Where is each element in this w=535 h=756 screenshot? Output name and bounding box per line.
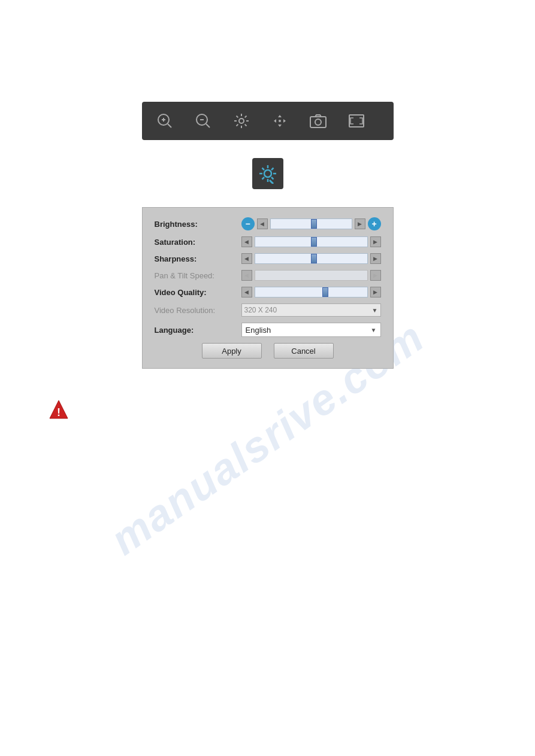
svg-line-13: [270, 180, 273, 184]
brightness-slider-track[interactable]: [270, 218, 352, 229]
svg-point-10: [315, 119, 321, 125]
saturation-label: Saturation:: [155, 238, 241, 247]
brightness-right-arrow[interactable]: ▶: [355, 218, 365, 229]
language-value: English: [246, 326, 271, 335]
brightness-row: Brightness: − ◀ ▶ +: [155, 217, 381, 230]
video-resolution-value: 320 X 240: [244, 306, 277, 314]
brightness-left-arrow[interactable]: ◀: [257, 218, 268, 229]
svg-rect-9: [310, 117, 326, 127]
sharpness-slider-container: ◀ ▶: [241, 253, 381, 264]
brightness-minus-button[interactable]: −: [241, 217, 255, 230]
language-arrow-icon: ▼: [371, 327, 377, 333]
video-resolution-row: Video Resolution: 320 X 240 ▼: [155, 303, 381, 317]
video-quality-right-arrow[interactable]: ▶: [370, 287, 381, 297]
saturation-slider-thumb[interactable]: [311, 237, 317, 247]
brightness-slider-container: − ◀ ▶ +: [241, 217, 381, 230]
warning-area: !: [48, 399, 69, 420]
video-quality-label: Video Quality:: [155, 288, 241, 297]
svg-text:!: !: [57, 406, 61, 418]
settings-button[interactable]: [228, 108, 255, 134]
settings-icon-button[interactable]: [252, 158, 283, 189]
saturation-slider-container: ◀ ▶: [241, 236, 381, 247]
svg-point-7: [239, 119, 244, 123]
video-quality-slider-track[interactable]: [255, 287, 368, 297]
brightness-plus-button[interactable]: +: [368, 217, 381, 230]
video-resolution-dropdown: 320 X 240 ▼: [241, 303, 381, 317]
svg-rect-11: [349, 115, 364, 127]
saturation-left-arrow[interactable]: ◀: [241, 236, 252, 247]
sharpness-right-arrow[interactable]: ▶: [370, 253, 381, 264]
brightness-slider-thumb[interactable]: [311, 219, 317, 229]
pan-tilt-slider-track: [255, 270, 368, 281]
camera-button[interactable]: [305, 108, 331, 134]
zoom-in-button[interactable]: [152, 108, 178, 134]
saturation-slider-track[interactable]: [255, 236, 368, 247]
video-resolution-label: Video Resolution:: [155, 306, 241, 315]
pan-tilt-slider-container: ◀ ▶: [241, 270, 381, 281]
svg-line-3: [168, 124, 171, 127]
sharpness-left-arrow[interactable]: ◀: [241, 253, 252, 264]
move-button[interactable]: [267, 108, 293, 134]
sharpness-label: Sharpness:: [155, 254, 241, 263]
pan-tilt-row: Pan & Tilt Speed: ◀ ▶: [155, 270, 381, 281]
saturation-right-arrow[interactable]: ▶: [370, 236, 381, 247]
svg-point-8: [279, 120, 281, 122]
pan-tilt-label: Pan & Tilt Speed:: [155, 271, 241, 280]
sharpness-row: Sharpness: ◀ ▶: [155, 253, 381, 264]
buttons-row: Apply Cancel: [155, 343, 381, 359]
brightness-label: Brightness:: [155, 220, 241, 229]
video-quality-left-arrow[interactable]: ◀: [241, 287, 252, 297]
sharpness-slider-track[interactable]: [255, 253, 368, 264]
svg-point-12: [264, 170, 271, 177]
language-label: Language:: [155, 326, 241, 335]
language-row: Language: English ▼: [155, 323, 381, 337]
apply-button[interactable]: Apply: [202, 343, 262, 359]
cancel-button[interactable]: Cancel: [274, 343, 334, 359]
warning-icon: !: [48, 399, 69, 420]
saturation-row: Saturation: ◀ ▶: [155, 236, 381, 247]
zoom-out-button[interactable]: [190, 108, 216, 134]
pan-tilt-left-arrow: ◀: [241, 270, 252, 281]
fullscreen-button[interactable]: [343, 108, 370, 134]
video-quality-slider-container: ◀ ▶: [241, 287, 381, 297]
toolbar: [142, 102, 394, 140]
language-dropdown[interactable]: English ▼: [241, 323, 381, 337]
video-quality-slider-thumb[interactable]: [322, 287, 328, 297]
video-resolution-arrow-icon: ▼: [372, 307, 378, 314]
sharpness-slider-thumb[interactable]: [311, 254, 317, 263]
pan-tilt-right-arrow: ▶: [370, 270, 381, 281]
settings-panel: Brightness: − ◀ ▶ + Saturation: ◀ ▶: [142, 207, 394, 369]
video-quality-row: Video Quality: ◀ ▶: [155, 287, 381, 297]
svg-line-6: [206, 124, 210, 127]
